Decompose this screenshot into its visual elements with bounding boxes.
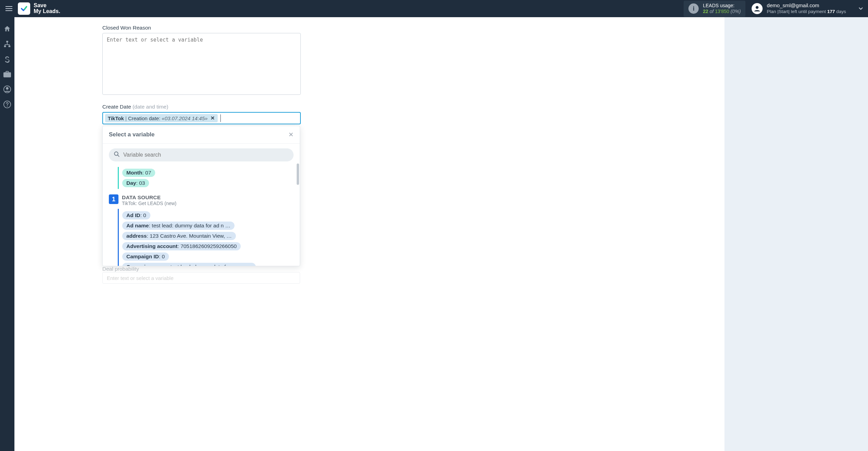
src-var-campaign-id[interactable]: Campaign ID: 0 <box>122 252 169 261</box>
usage-pct: (0%) <box>731 9 741 14</box>
usage-used: 22 <box>703 9 708 14</box>
variable-dropdown: Select a variable ✕ Month: 07 Day: 03 <box>102 126 300 266</box>
src-var-adv-account[interactable]: Advertising account: 7051862609259266050 <box>122 242 241 250</box>
svg-rect-2 <box>4 46 6 47</box>
usage-label: LEADS usage: <box>703 3 741 9</box>
chip-sep: | <box>125 115 127 121</box>
source-variables-group: Ad ID: 0 Ad name: test lead: dummy data … <box>118 209 300 266</box>
system-variables-group: Month: 07 Day: 03 <box>118 167 300 189</box>
checkmark-icon <box>20 5 28 12</box>
svg-rect-3 <box>9 46 10 47</box>
main-canvas: Closed Won Reason Create Date (date and … <box>14 17 868 451</box>
nav-profile-icon[interactable] <box>3 85 11 93</box>
chip-remove-icon[interactable]: ✕ <box>210 115 215 121</box>
account-plan: Plan |Start| left until payment 177 days <box>767 9 846 15</box>
closed-won-label: Closed Won Reason <box>102 25 301 31</box>
usage-of: of <box>710 9 714 14</box>
usage-box[interactable]: i LEADS usage: 22 of 13'850 (0%) <box>684 1 745 17</box>
data-source-header: 1 DATA SOURCE TikTok: Get LEADS (new) <box>109 194 300 206</box>
source-title: DATA SOURCE <box>122 194 176 201</box>
create-date-label-text: Create Date <box>102 104 133 110</box>
dropdown-close-icon[interactable]: ✕ <box>288 131 294 138</box>
user-icon <box>754 5 761 12</box>
account-text: demo_sml@gmail.com Plan |Start| left unt… <box>767 2 846 15</box>
svg-point-0 <box>756 6 758 9</box>
nav-home-icon[interactable] <box>3 25 11 33</box>
svg-point-5 <box>6 87 8 90</box>
deal-probability-label: Deal probability <box>102 266 139 272</box>
create-date-input[interactable]: TikTok | Creation date: «03.07.2024 14:4… <box>102 112 301 124</box>
source-subtitle: TikTok: Get LEADS (new) <box>122 201 176 206</box>
svg-rect-1 <box>6 41 8 43</box>
form-panel: Closed Won Reason Create Date (date and … <box>14 17 724 451</box>
deal-probability-input[interactable] <box>102 272 300 284</box>
account-plan-days-word: days <box>835 9 846 14</box>
variable-search-input[interactable] <box>109 148 294 161</box>
usage-text: LEADS usage: 22 of 13'850 (0%) <box>703 3 741 15</box>
nav-help-icon[interactable] <box>3 100 11 109</box>
src-var-ad-name[interactable]: Ad name: test lead: dummy data for ad n … <box>122 222 235 230</box>
src-var-ad-id[interactable]: Ad ID: 0 <box>122 211 150 219</box>
brand-line1: Save <box>34 3 60 9</box>
search-icon <box>114 151 120 157</box>
create-date-hint: (date and time) <box>133 104 168 110</box>
src-var-campaign-name[interactable]: Campaign name: test lead: dummy data for… <box>122 263 256 266</box>
info-icon: i <box>688 3 699 14</box>
menu-icon[interactable] <box>4 5 14 12</box>
chip-example: «03.07.2024 14:45» <box>162 115 207 121</box>
dropdown-title: Select a variable <box>109 131 155 138</box>
account-plan-days-num: 177 <box>827 9 835 14</box>
closed-won-input[interactable] <box>102 33 301 95</box>
nav-billing-icon[interactable] <box>3 55 11 63</box>
dropdown-body[interactable]: Month: 07 Day: 03 1 DATA SOURCE TikTok: … <box>103 164 300 266</box>
chip-field: Creation date: <box>128 115 160 121</box>
nav-sitemap-icon[interactable] <box>3 40 11 48</box>
sys-var-day[interactable]: Day: 03 <box>122 179 149 187</box>
create-date-label: Create Date (date and time) <box>102 104 301 110</box>
variable-chip[interactable]: TikTok | Creation date: «03.07.2024 14:4… <box>105 114 218 122</box>
form-column: Closed Won Reason Create Date (date and … <box>102 25 301 124</box>
source-step-badge: 1 <box>109 194 118 204</box>
svg-point-7 <box>7 106 8 106</box>
src-var-address[interactable]: address: 123 Castro Ave. Mountain View, … <box>122 232 236 240</box>
chevron-down-icon[interactable] <box>858 5 864 12</box>
account-menu[interactable]: demo_sml@gmail.com Plan |Start| left unt… <box>752 2 864 15</box>
brand-text: Save My Leads. <box>34 3 60 14</box>
brand-logo[interactable] <box>18 2 30 15</box>
app-header: Save My Leads. i LEADS usage: 22 of 13'8… <box>0 0 868 17</box>
account-email: demo_sml@gmail.com <box>767 2 846 9</box>
sys-var-month[interactable]: Month: 07 <box>122 169 155 177</box>
left-sidebar <box>0 17 14 451</box>
chip-source: TikTok <box>108 115 124 121</box>
nav-toolbox-icon[interactable] <box>3 70 11 78</box>
text-caret <box>220 114 221 122</box>
avatar-icon <box>752 3 763 14</box>
usage-total: 13'850 <box>715 9 729 14</box>
account-plan-prefix: Plan |Start| left until payment <box>767 9 827 14</box>
brand-line2: My Leads. <box>34 9 60 14</box>
dropdown-scrollbar[interactable] <box>297 164 299 185</box>
